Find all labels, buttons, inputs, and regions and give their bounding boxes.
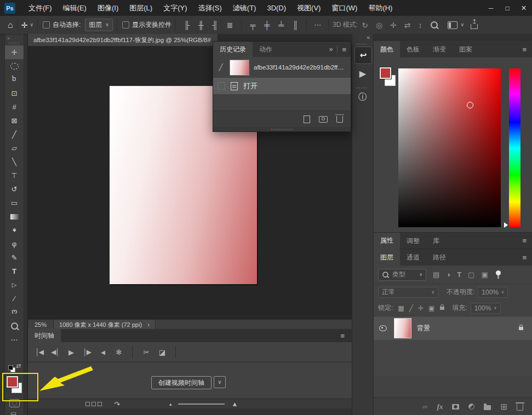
eraser-tool[interactable]: ▭ <box>5 196 24 210</box>
distribute-vertical-icon[interactable]: ║ <box>293 21 298 29</box>
more-options-icon[interactable]: ⋯ <box>314 21 321 28</box>
filter-shape-layers-icon[interactable]: ▢ <box>468 271 474 278</box>
menu-image[interactable]: 图像(I) <box>92 0 124 16</box>
move-tool[interactable]: ✛ <box>5 45 24 59</box>
align-top-icon[interactable]: ╤ <box>250 21 255 29</box>
play-icon[interactable]: ▶ <box>63 348 79 356</box>
blur-tool[interactable]: ♠ <box>5 223 24 237</box>
dock-grip[interactable] <box>356 43 367 45</box>
new-snapshot-icon[interactable] <box>319 116 328 123</box>
dodge-tool[interactable]: φ <box>5 237 24 251</box>
hand-tool[interactable]: ω <box>5 306 24 319</box>
swap-colors-icon[interactable]: ⇄ <box>16 363 21 369</box>
create-video-timeline-button[interactable]: 创建视频时间轴 <box>151 376 211 389</box>
color-foreground-swatch[interactable] <box>380 67 391 79</box>
layer-visibility-eye-icon[interactable] <box>379 325 387 331</box>
fill-field[interactable]: 100% ∨ <box>471 303 501 314</box>
split-clip-icon[interactable]: ✂ <box>138 348 154 356</box>
menu-filter[interactable]: 滤镜(T) <box>227 0 262 16</box>
document-size-info[interactable]: 1080 像素 x 1440 像素 (72 ppi) › <box>53 320 156 330</box>
search-icon[interactable] <box>431 21 438 28</box>
mute-audio-icon[interactable]: ◀ <box>95 349 111 355</box>
tab-channels[interactable]: 通道 <box>400 249 426 266</box>
maximize-button[interactable]: □ <box>499 1 516 16</box>
auto-select-checkbox[interactable] <box>43 21 50 28</box>
gradient-tool[interactable] <box>5 210 24 223</box>
menu-type[interactable]: 文字(Y) <box>158 0 192 16</box>
go-to-first-frame-icon[interactable]: │◀ <box>31 348 47 356</box>
tab-layers[interactable]: 图层 <box>374 249 400 266</box>
frame-thumbnails-icon[interactable] <box>85 402 102 406</box>
preset-chevron-icon[interactable]: ∨ <box>30 22 33 27</box>
filter-type-layers-icon[interactable]: T <box>457 271 461 278</box>
tab-adjustments[interactable]: 调整 <box>400 233 426 249</box>
tab-swatches[interactable]: 色板 <box>400 41 426 57</box>
add-layer-mask-icon[interactable] <box>452 404 459 410</box>
close-button[interactable]: × <box>516 1 532 16</box>
previous-frame-icon[interactable]: ◀│ <box>47 348 63 356</box>
3d-slide-icon[interactable]: ⇄ <box>404 21 411 29</box>
tab-gradients[interactable]: 渐变 <box>426 41 453 57</box>
history-panel-menu-icon[interactable]: ≡ <box>342 46 346 53</box>
path-selection-tool[interactable]: ▷ <box>5 278 24 292</box>
lock-position-icon[interactable]: ✛ <box>418 305 424 312</box>
new-adjustment-layer-icon[interactable] <box>468 404 474 410</box>
share-icon[interactable] <box>471 24 478 29</box>
minimize-button[interactable]: ─ <box>483 1 499 16</box>
menu-select[interactable]: 选择(S) <box>192 0 227 16</box>
history-brush-source-icon[interactable]: ╱ <box>216 64 225 71</box>
align-middle-icon[interactable]: ╪ <box>264 21 270 29</box>
filter-adjustment-layers-icon[interactable]: ◑ <box>446 271 450 278</box>
lock-image-pixels-icon[interactable]: ╱ <box>409 305 413 312</box>
tab-actions[interactable]: 动作 <box>253 41 279 57</box>
brush-tool[interactable]: ╲ <box>5 155 24 169</box>
crop-tool[interactable]: # <box>5 100 24 114</box>
tab-history[interactable]: 历史记录 <box>213 42 253 57</box>
tab-properties[interactable]: 属性 <box>374 233 400 249</box>
new-layer-icon[interactable]: ⊞ <box>500 402 507 411</box>
eyedropper-tool[interactable]: ╱ <box>5 128 24 141</box>
tab-paths[interactable]: 路径 <box>426 249 453 266</box>
create-timeline-chevron-button[interactable]: ∨ <box>214 376 226 388</box>
move-tool-preset-icon[interactable]: ✛ <box>21 21 28 29</box>
hue-slider-arrow[interactable] <box>504 222 508 228</box>
flip-arrow-icon[interactable]: ↷ <box>114 401 120 408</box>
hue-slider[interactable] <box>509 68 520 227</box>
clone-stamp-tool[interactable]: ⊤ <box>5 169 24 182</box>
marquee-tool[interactable] <box>5 59 24 73</box>
tab-libraries[interactable]: 库 <box>426 233 446 249</box>
auto-select-dropdown[interactable]: 图层 ∨ <box>85 19 113 31</box>
zoom-tool[interactable] <box>5 319 24 333</box>
lock-transparent-pixels-icon[interactable]: ▦ <box>398 305 404 312</box>
timeline-zoom-in-icon[interactable]: ▲ <box>231 401 238 407</box>
lock-all-icon[interactable] <box>440 307 444 310</box>
menu-view[interactable]: 视图(V) <box>291 0 326 16</box>
blend-mode-dropdown[interactable]: 正常 ∨ <box>378 287 438 298</box>
line-tool[interactable]: ∕ <box>5 292 24 306</box>
edit-toolbar-button[interactable]: ⋯ <box>5 333 24 347</box>
align-left-icon[interactable]: ╟ <box>184 21 190 29</box>
properties-panel-menu-icon[interactable]: ≡ <box>522 237 527 245</box>
menu-window[interactable]: 窗口(W) <box>326 0 363 16</box>
link-layers-icon[interactable]: ∞ <box>422 403 427 410</box>
show-transform-checkbox[interactable] <box>122 21 129 28</box>
transition-icon[interactable]: ◪ <box>154 348 170 356</box>
menu-file[interactable]: 文件(F) <box>23 0 58 16</box>
new-group-icon[interactable] <box>484 405 491 410</box>
delete-layer-icon[interactable] <box>517 404 523 411</box>
menu-help[interactable]: 帮助(H) <box>363 0 398 16</box>
new-document-from-state-icon[interactable] <box>304 116 310 123</box>
3d-roll-icon[interactable]: ◎ <box>376 21 382 29</box>
layer-filter-dropdown[interactable]: 类型 ∨ <box>378 269 426 281</box>
layer-style-fx-icon[interactable]: fx <box>437 403 443 410</box>
color-panel-menu-icon[interactable]: ≡ <box>522 45 527 54</box>
panel-collapse-icon[interactable]: » <box>329 46 333 53</box>
distribute-horizontal-icon[interactable]: ≣ <box>227 21 233 29</box>
3d-orbit-icon[interactable]: ↻ <box>362 21 368 29</box>
menu-layer[interactable]: 图层(L) <box>124 0 158 16</box>
3d-scale-icon[interactable]: ↕ <box>419 21 422 29</box>
history-brush-tool[interactable]: ↺ <box>5 182 24 196</box>
opacity-field[interactable]: 100% ∨ <box>478 287 508 298</box>
delete-state-icon[interactable] <box>336 116 343 123</box>
history-source-checkbox[interactable] <box>218 82 225 90</box>
